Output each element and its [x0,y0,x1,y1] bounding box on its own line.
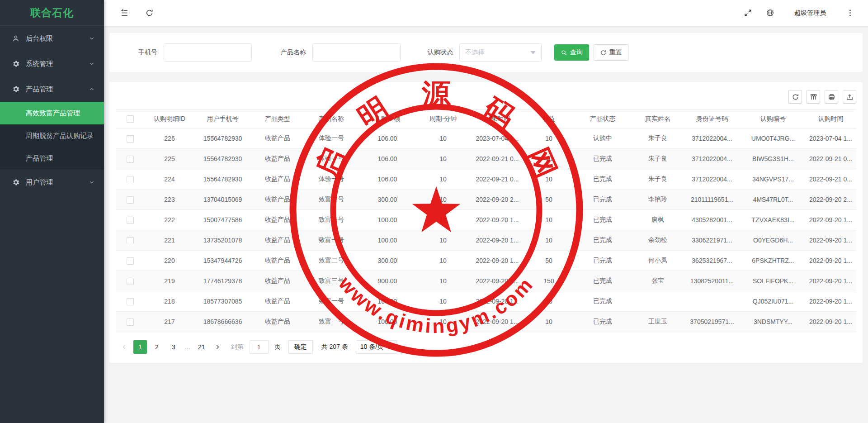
cell: 收益产品 [251,271,304,291]
table-refresh-button[interactable] [788,90,802,104]
sidebar-item-label: 用户管理 [26,178,89,187]
cell: 2023-07-04 1... [805,128,856,149]
sidebar-item-system-management[interactable]: 系统管理 [0,51,104,76]
cell: 张宝 [632,271,683,291]
current-user[interactable]: 超级管理员 [788,9,832,17]
status-cell: 已完成 [573,230,632,251]
per-page-select[interactable]: 10 条/页 [356,340,397,354]
reset-button[interactable]: 重置 [594,44,628,61]
more-vertical-icon[interactable] [846,9,854,17]
cell: 50 [525,251,573,271]
row-checkbox[interactable] [127,298,134,305]
col-header: 认购金额 [359,109,416,128]
filter-columns-button[interactable] [807,90,820,104]
cell: 221 [145,230,194,251]
row-checkbox[interactable] [127,257,134,265]
cell: 2022-09-21 0... [805,149,856,169]
sidebar-item-backend-permissions[interactable]: 后台权限 [0,26,104,51]
cell: 10 [525,230,573,251]
select-all-checkbox[interactable] [127,115,134,123]
cell: 50 [525,190,573,210]
export-button[interactable] [843,90,856,104]
status-label: 认购状态 [428,48,453,57]
cell: 900.00 [359,271,416,291]
row-checkbox[interactable] [127,318,134,326]
next-page-button[interactable] [212,340,223,354]
phone-input[interactable] [164,43,252,62]
sidebar-subitem-cycle-subscription-records[interactable]: 周期脱贫产品认购记录 [0,124,104,147]
cell: 15347944726 [194,251,251,271]
cell: 13735201078 [194,230,251,251]
app-logo: 联合石化 [0,0,104,26]
product-submenu: 高效致富产品管理 周期脱贫产品认购记录 产品管理 [0,102,104,170]
search-button-label: 查询 [570,48,583,57]
cell: 100.00 [359,230,416,251]
row-checkbox[interactable] [127,237,134,244]
content: 手机号 产品名称 认购状态 不选择 查询 [104,26,868,423]
row-checkbox[interactable] [127,156,134,163]
chevron-right-icon [214,344,221,350]
page-button-21[interactable]: 21 [195,340,208,354]
search-button[interactable]: 查询 [554,44,589,61]
cell: 2022-09-20 1... [470,210,525,230]
fullscreen-icon[interactable] [744,9,752,17]
cell: 300.00 [359,190,416,210]
cell: UMO0T4JRG... [741,128,805,149]
cell: 10 [416,291,470,312]
row-checkbox[interactable] [127,135,134,143]
print-icon [828,93,835,101]
user-icon [12,34,20,43]
cell: 10 [416,149,470,169]
product-name-input[interactable] [312,43,401,62]
row-checkbox[interactable] [127,176,134,183]
goto-confirm-button[interactable]: 确定 [288,340,313,354]
cell: 致富一号 [304,230,359,251]
print-button[interactable] [825,90,838,104]
cell: 100.00 [359,291,416,312]
cell: 朱子良 [632,149,683,169]
cell: 6PSKZHTRZ... [741,251,805,271]
table-row: 22515564782930收益产品体验一号106.00102022-09-21… [116,149,856,169]
row-checkbox[interactable] [127,196,134,204]
cell: 2022-09-20 1... [470,251,525,271]
sidebar-subitem-product-management[interactable]: 产品管理 [0,147,104,170]
row-checkbox[interactable] [127,278,134,285]
cell: 李艳玲 [632,190,683,210]
cell: 223 [145,190,194,210]
cell: 10 [416,251,470,271]
cell: 10 [416,230,470,251]
sidebar-item-product-management[interactable]: 产品管理 [0,76,104,102]
cell: 219 [145,271,194,291]
table-toolbar [116,88,856,109]
page-button-3[interactable]: 3 [167,340,180,354]
sidebar-subitem-rich-product-management[interactable]: 高效致富产品管理 [0,102,104,124]
prev-page-button[interactable] [118,340,130,354]
cell: 4305282001... [683,210,741,230]
cell: BIW5G3S1H... [741,149,805,169]
cell: 2022-09-20 1... [470,291,525,312]
cell: 106.00 [359,128,416,149]
gear-icon [12,85,20,93]
globe-icon[interactable] [766,9,774,17]
cell: 2022-09-21 0... [470,149,525,169]
refresh-icon[interactable] [145,9,154,17]
row-checkbox[interactable] [127,217,134,224]
table-row: 21718678666636收益产品致富一号100.00102022-09-20… [116,312,856,332]
status-select[interactable]: 不选择 [459,43,542,62]
cell: 225 [145,149,194,169]
cell: 2022-09-20 1... [470,230,525,251]
status-cell: 已完成 [573,271,632,291]
page-button-2[interactable]: 2 [150,340,164,354]
cell: 收益产品 [251,291,304,312]
goto-page-input[interactable] [250,340,269,354]
cell: 10 [525,210,573,230]
cell: 收益产品 [251,210,304,230]
collapse-menu-icon[interactable] [120,9,129,17]
page-button-1[interactable]: 1 [133,340,147,354]
cell: 2023-07-04 1... [470,128,525,149]
sidebar-item-user-management[interactable]: 用户管理 [0,170,104,195]
cell: 226 [145,128,194,149]
cell: 体验一号 [304,149,359,169]
cell: 2022-09-20 1... [470,312,525,332]
cell: 10 [525,169,573,190]
